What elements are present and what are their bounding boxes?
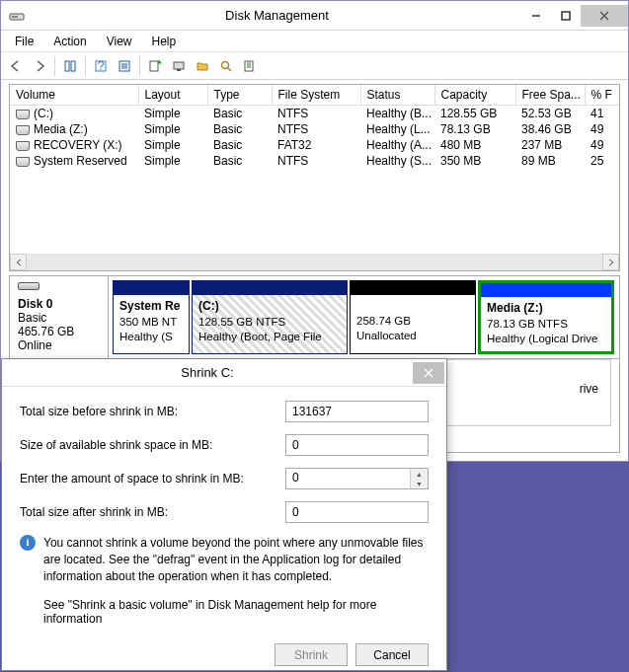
- spinner-down-icon[interactable]: ▼: [411, 479, 428, 488]
- toolbar-search-icon[interactable]: [215, 55, 237, 77]
- col-filesystem[interactable]: File System: [272, 85, 360, 106]
- volume-header-row: Volume Layout Type File System Status Ca…: [10, 85, 619, 106]
- partition-header: [351, 281, 475, 295]
- disk-number: Disk 0: [18, 297, 52, 311]
- scroll-right-icon[interactable]: [602, 254, 619, 270]
- window-title: Disk Management: [33, 8, 521, 23]
- volume-icon: [16, 141, 30, 151]
- col-volume[interactable]: Volume: [10, 85, 138, 106]
- svg-rect-6: [65, 61, 69, 71]
- refresh-icon[interactable]: [144, 55, 166, 77]
- spinner-up-icon[interactable]: ▲: [411, 469, 428, 479]
- disk-label[interactable]: Disk 0 Basic 465.76 GB Online: [10, 276, 109, 358]
- info-icon: i: [20, 535, 36, 551]
- svg-rect-16: [177, 69, 181, 71]
- maximize-button[interactable]: [551, 5, 581, 27]
- form-row: Total size after shrink in MB:0: [20, 501, 429, 523]
- toolbar-folder-icon[interactable]: [192, 55, 213, 77]
- svg-rect-7: [71, 61, 75, 71]
- info-block: iYou cannot shrink a volume beyond the p…: [20, 535, 429, 584]
- horizontal-scrollbar[interactable]: [10, 254, 619, 270]
- form-label: Total size after shrink in MB:: [20, 505, 285, 519]
- form-row: Size of available shrink space in MB:0: [20, 434, 429, 456]
- help-icon[interactable]: ?: [90, 55, 112, 77]
- partition-header: [114, 281, 189, 295]
- menu-view[interactable]: View: [97, 33, 142, 50]
- svg-text:?: ?: [98, 59, 105, 73]
- partition-block[interactable]: 258.74 GBUnallocated: [350, 280, 476, 354]
- form-label: Size of available shrink space in MB:: [20, 438, 285, 452]
- table-row[interactable]: RECOVERY (X:)SimpleBasicFAT32Healthy (A.…: [10, 137, 619, 153]
- form-label: Enter the amount of space to shrink in M…: [20, 472, 285, 485]
- back-button[interactable]: [5, 55, 27, 77]
- app-icon: [9, 8, 25, 24]
- help-link-text: See "Shrink a basic volume" in Disk Mana…: [43, 598, 429, 626]
- disk-icon: [18, 282, 39, 290]
- titlebar: Disk Management: [1, 1, 628, 31]
- menu-help[interactable]: Help: [142, 33, 187, 50]
- readonly-field: 131637: [285, 401, 429, 422]
- col-freespace[interactable]: Free Spa...: [515, 85, 585, 106]
- svg-line-18: [228, 68, 231, 71]
- disk-size: 465.76 GB: [18, 325, 74, 338]
- readonly-field: 0: [285, 434, 429, 456]
- volume-icon: [16, 125, 30, 135]
- partition-info: 258.74 GBUnallocated: [351, 295, 475, 353]
- col-layout[interactable]: Layout: [138, 85, 207, 106]
- partition-header: [193, 281, 347, 295]
- svg-rect-14: [150, 61, 158, 71]
- toolbar: ?: [1, 52, 628, 80]
- form-row: Enter the amount of space to shrink in M…: [20, 468, 429, 489]
- volume-icon: [16, 110, 30, 119]
- menu-file[interactable]: File: [5, 33, 43, 50]
- table-row[interactable]: Media (Z:)SimpleBasicNTFSHealthy (L...78…: [10, 121, 619, 137]
- col-pct[interactable]: % F: [585, 85, 619, 106]
- disk-row: Disk 0 Basic 465.76 GB Online System Re3…: [10, 276, 619, 359]
- partition-info: Media (Z:)78.13 GB NTFSHealthy (Logical …: [481, 297, 611, 351]
- shrink-button[interactable]: Shrink: [275, 643, 348, 666]
- volume-icon: [16, 157, 30, 167]
- info-text: You cannot shrink a volume beyond the po…: [43, 535, 429, 584]
- svg-rect-15: [174, 62, 184, 69]
- dialog-close-button[interactable]: [413, 362, 444, 384]
- svg-rect-1: [12, 16, 18, 18]
- partition-info: (C:)128.55 GB NTFSHealthy (Boot, Page Fi…: [193, 295, 347, 353]
- table-row[interactable]: (C:)SimpleBasicNTFSHealthy (B...128.55 G…: [10, 106, 619, 122]
- scroll-left-icon[interactable]: [10, 254, 27, 270]
- partition-block[interactable]: System Re350 MB NTHealthy (S: [113, 280, 190, 354]
- partition-info: System Re350 MB NTHealthy (S: [114, 295, 189, 353]
- toolbar-showhide-icon[interactable]: [59, 55, 81, 77]
- dialog-title: Shrink C:: [2, 365, 413, 380]
- svg-rect-3: [562, 12, 570, 20]
- col-type[interactable]: Type: [207, 85, 272, 106]
- menu-action[interactable]: Action: [43, 33, 96, 50]
- dialog-titlebar: Shrink C:: [2, 359, 446, 387]
- disk-status: Online: [18, 338, 52, 352]
- toolbar-settings-icon[interactable]: [114, 55, 135, 77]
- menubar: File Action View Help: [1, 31, 628, 52]
- shrink-dialog: Shrink C: Total size before shrink in MB…: [1, 358, 447, 671]
- col-status[interactable]: Status: [360, 85, 434, 106]
- form-row: Total size before shrink in MB:131637: [20, 401, 429, 422]
- partition-header: [481, 283, 611, 297]
- volume-list: Volume Layout Type File System Status Ca…: [9, 84, 620, 271]
- minimize-button[interactable]: [521, 5, 551, 27]
- toolbar-computer-icon[interactable]: [168, 55, 190, 77]
- readonly-field: 0: [285, 501, 429, 523]
- truncated-text: rive: [580, 382, 598, 396]
- disk-type: Basic: [18, 311, 46, 325]
- cancel-button[interactable]: Cancel: [355, 643, 429, 666]
- shrink-amount-input[interactable]: 0▲▼: [285, 468, 429, 489]
- dialog-buttons: ShrinkCancel: [20, 643, 429, 666]
- toolbar-properties-icon[interactable]: [239, 55, 261, 77]
- form-label: Total size before shrink in MB:: [20, 405, 285, 418]
- table-row[interactable]: System ReservedSimpleBasicNTFSHealthy (S…: [10, 153, 619, 169]
- col-capacity[interactable]: Capacity: [434, 85, 515, 106]
- forward-button[interactable]: [29, 55, 50, 77]
- svg-point-17: [222, 61, 229, 68]
- close-button[interactable]: [581, 5, 628, 27]
- partition-block[interactable]: (C:)128.55 GB NTFSHealthy (Boot, Page Fi…: [192, 280, 348, 354]
- partition-block[interactable]: Media (Z:)78.13 GB NTFSHealthy (Logical …: [478, 280, 614, 354]
